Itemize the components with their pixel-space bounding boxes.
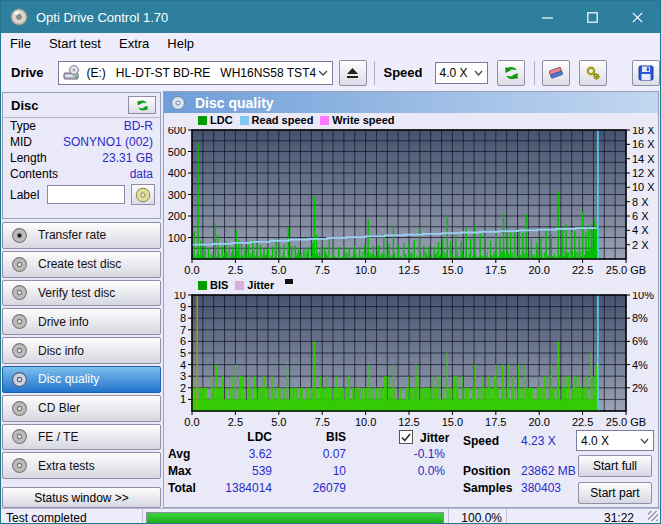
menu-file[interactable]: File	[1, 34, 40, 53]
sidebar-item-label: Drive info	[38, 315, 89, 329]
disc-type-label: Type	[10, 119, 36, 133]
menu-bar: File Start test Extra Help	[1, 33, 660, 54]
sidebar-item-verify-test-disc[interactable]: Verify test disc	[2, 280, 161, 307]
check-icon	[401, 433, 411, 442]
toolbar-separator	[374, 61, 375, 85]
svg-text:5.0: 5.0	[271, 264, 286, 276]
sidebar-item-drive-info[interactable]: Drive info	[2, 308, 161, 335]
speed-select[interactable]: 4.0 X	[435, 62, 489, 84]
bis-jitter-chart: 123456789102%4%6%8%10%0.02.55.07.510.012…	[164, 292, 658, 430]
erase-disc-button[interactable]	[542, 60, 570, 86]
elapsed-time: 31:22	[604, 511, 634, 524]
settings-icon	[585, 65, 602, 81]
disc-icon	[11, 400, 28, 417]
svg-text:7.5: 7.5	[315, 416, 330, 428]
drive-icon	[63, 65, 81, 81]
sidebar-item-extra-tests[interactable]: Extra tests	[2, 452, 161, 479]
settings-button[interactable]	[579, 60, 607, 86]
sidebar-item-label: Extra tests	[38, 459, 95, 473]
sidebar-item-create-test-disc[interactable]: Create test disc	[2, 251, 161, 278]
disc-contents-label: Contents	[10, 167, 58, 181]
title-bar: Opti Drive Control 1.70	[1, 1, 660, 33]
disc-refresh-button[interactable]	[128, 96, 156, 114]
test-speed-select[interactable]: 4.0 X	[576, 430, 654, 451]
svg-text:6%: 6%	[632, 335, 648, 347]
svg-text:22.5: 22.5	[572, 264, 593, 276]
sidebar-item-cd-bler[interactable]: CD Bler	[2, 395, 161, 422]
ldc-max-value: 539	[202, 464, 272, 478]
svg-text:10.0: 10.0	[355, 416, 376, 428]
svg-text:0.0: 0.0	[184, 264, 199, 276]
jitter-checkbox[interactable]	[399, 430, 413, 444]
refresh-button[interactable]	[497, 60, 525, 86]
svg-text:5: 5	[180, 347, 186, 359]
svg-text:10 X: 10 X	[632, 181, 655, 193]
bis-legend-label: BIS	[210, 279, 228, 291]
status-window-button[interactable]: Status window >>	[2, 487, 161, 508]
progress-fill	[147, 513, 443, 524]
disc-mid-label: MID	[10, 135, 32, 149]
svg-text:8: 8	[180, 312, 186, 324]
start-full-button[interactable]: Start full	[578, 455, 652, 477]
refresh-icon	[503, 65, 520, 81]
svg-text:15.0: 15.0	[442, 416, 463, 428]
refresh-icon	[135, 99, 150, 112]
svg-text:10: 10	[174, 292, 186, 301]
disc-label-input[interactable]	[47, 185, 125, 204]
svg-text:17.5: 17.5	[485, 264, 506, 276]
eject-button[interactable]	[339, 60, 367, 86]
maximize-icon	[587, 12, 598, 23]
drive-value: (E:) HL-DT-ST BD-RE WH16NS58 TST4	[87, 66, 317, 80]
sidebar-item-disc-info[interactable]: Disc info	[2, 337, 161, 364]
resize-grip[interactable]	[648, 511, 658, 521]
sidebar-item-transfer-rate[interactable]: Transfer rate	[2, 222, 161, 249]
sidebar-item-disc-quality[interactable]: Disc quality	[2, 366, 161, 393]
speed-stat-label: Speed	[463, 434, 499, 448]
close-button[interactable]	[615, 1, 660, 33]
menu-extra[interactable]: Extra	[110, 34, 158, 53]
svg-text:400: 400	[168, 167, 186, 179]
svg-text:16 X: 16 X	[632, 138, 655, 150]
disc-icon	[11, 342, 28, 359]
read-speed-legend-label: Read speed	[252, 114, 314, 126]
samples-stat-label: Samples	[463, 481, 512, 495]
minimize-button[interactable]	[525, 1, 570, 33]
menu-help[interactable]: Help	[158, 34, 203, 53]
menu-start-test[interactable]: Start test	[40, 34, 110, 53]
position-stat-label: Position	[463, 464, 510, 478]
sidebar-item-fe-te[interactable]: FE / TE	[2, 424, 161, 451]
svg-text:300: 300	[168, 189, 186, 201]
svg-text:500: 500	[168, 146, 186, 158]
sidebar-item-label: Verify test disc	[38, 286, 115, 300]
svg-text:200: 200	[168, 210, 186, 222]
chart2-legend: BIS Jitter	[198, 278, 658, 292]
chevron-down-icon	[474, 70, 483, 76]
sidebar-item-label: Transfer rate	[38, 228, 106, 242]
avg-row-label: Avg	[168, 447, 190, 461]
maximize-button[interactable]	[570, 1, 615, 33]
disc-label-button[interactable]	[131, 184, 155, 205]
bis-legend-swatch	[198, 281, 207, 290]
drive-select[interactable]: (E:) HL-DT-ST BD-RE WH16NS58 TST4	[58, 61, 333, 85]
ldc-total-value: 1384014	[202, 481, 272, 495]
sidebar-item-label: CD Bler	[38, 401, 80, 415]
svg-text:8%: 8%	[632, 312, 648, 324]
svg-text:18 X: 18 X	[632, 127, 655, 136]
eraser-icon	[547, 65, 565, 80]
content-header: Disc quality	[164, 92, 658, 113]
chevron-down-icon	[318, 70, 328, 76]
svg-text:10.0: 10.0	[355, 264, 376, 276]
save-button[interactable]	[632, 60, 660, 86]
ldc-col-header: LDC	[224, 430, 272, 444]
progress-bar	[146, 512, 444, 524]
ldc-legend-label: LDC	[210, 114, 233, 126]
toolbar-separator	[534, 61, 535, 85]
jitter-col-header: Jitter	[420, 431, 449, 445]
disc-label-label: Label	[10, 188, 39, 202]
disc-icon	[11, 457, 28, 474]
start-part-button[interactable]: Start part	[578, 482, 652, 504]
ldc-read-speed-chart: 1002003004005006002 X4 X6 X8 X10 X12 X14…	[164, 127, 658, 278]
disc-panel: Disc TypeBD-R MIDSONYNO1 (002) Length23.…	[2, 92, 161, 219]
content-header-title: Disc quality	[195, 95, 274, 111]
samples-stat-value: 380403	[521, 481, 561, 495]
